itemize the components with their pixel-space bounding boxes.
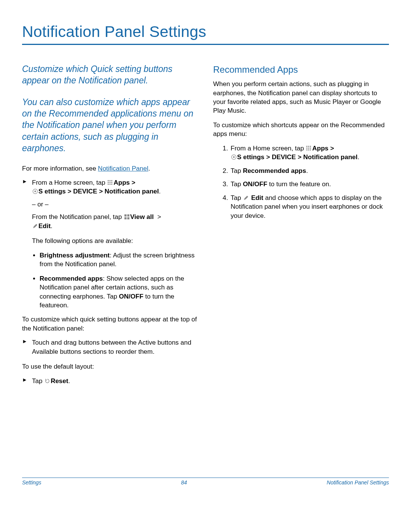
from-np-pre: From the Notification panel, tap [32,213,124,220]
period: . [159,188,161,195]
svg-rect-14 [127,217,129,220]
svg-rect-12 [127,214,129,217]
reset-body: Tap Reset. [32,377,198,385]
play-icon: ► [22,178,29,185]
b1-strong: Brightness adjustment [40,252,110,259]
b2-onoff: ON/OFF [119,293,143,300]
s1-period: . [357,153,359,161]
s1-gt: > [328,145,334,152]
notification-panel-link[interactable]: Notification Panel [98,165,148,172]
customize-lead: To customize which quick setting buttons… [22,315,198,333]
tap-reset-pre: Tap [32,377,44,385]
page: Notification Panel Settings Customize wh… [0,0,411,389]
intro-1: Customize which Quick setting buttons ap… [22,63,198,86]
more-info-line: For more information, see Notification P… [22,164,198,173]
space-gt: > [154,213,161,220]
step-drag: ► Touch and drag buttons between the Act… [22,338,198,356]
step-body: From a Home screen, tap Apps > S ettings… [32,178,198,230]
s2-period: . [306,167,308,174]
view-all-label: View all [130,213,154,220]
right-column: Recommended Apps When you perform certai… [213,63,389,389]
page-title: Notification Panel Settings [22,23,389,41]
edit-pencil-icon [32,223,38,229]
footer-right: Notification Panel Settings [327,479,389,486]
default-lead: To use the default layout: [22,362,198,371]
gt1: > [130,179,135,186]
footer-left: Settings [22,479,41,486]
period3: . [68,377,70,385]
left-column: Customize which Quick setting buttons ap… [22,63,198,389]
b2-strong: Recommended apps [40,275,103,282]
play-icon: ► [22,338,29,345]
footer-page-number: 84 [181,479,187,486]
s2-pre: Tap [231,167,243,174]
more-info-pre: For more information, see [22,165,98,172]
svg-rect-6 [108,184,109,185]
s2-strong: Recommended apps [243,167,306,174]
recommended-apps-heading: Recommended Apps [213,63,389,76]
svg-rect-2 [112,180,113,181]
period2: . [51,222,53,230]
text: From a Home screen, tap [32,179,107,186]
edit-label: Edit [38,222,51,230]
svg-rect-18 [306,147,307,149]
svg-rect-17 [310,146,311,147]
page-footer: Settings 84 Notification Panel Settings [22,478,389,486]
svg-rect-15 [306,146,307,147]
s4-pre: Tap [231,194,243,201]
svg-rect-21 [306,149,307,150]
svg-rect-13 [124,217,127,220]
step-2: Tap Recommended apps. [230,166,389,175]
drag-body: Touch and drag buttons between the Activ… [32,338,198,356]
svg-rect-23 [310,149,311,150]
settings-gear-icon [32,189,38,194]
settings-path: S ettings > DEVICE > Notification panel [38,188,159,195]
edit-pencil-icon [243,195,249,201]
apps-label: Apps [113,179,130,186]
svg-rect-4 [110,182,111,183]
svg-point-10 [34,191,36,192]
s3-post: to turn the feature on. [267,181,331,188]
step-1: From a Home screen, tap Apps > S ettings… [230,144,389,162]
reset-label: Reset [51,377,68,385]
settings-gear-icon [231,154,237,160]
bullet-brightness: Brightness adjustment: Adjust the screen… [40,251,198,269]
content-columns: Customize which Quick setting buttons ap… [22,63,389,389]
s1-pre: From a Home screen, tap [231,145,306,152]
options-lead: The following options are available: [22,236,198,245]
or-line: – or – [32,200,198,209]
reset-icon [45,378,50,384]
title-rule [22,44,389,45]
svg-rect-5 [112,182,113,183]
s3-strong: ON/OFF [243,181,267,188]
svg-rect-7 [110,184,111,185]
step-home-screen: ► From a Home screen, tap Apps > S ettin… [22,178,198,230]
svg-rect-19 [308,147,309,149]
s1-path: S ettings > DEVICE > Notification panel [237,153,357,161]
svg-rect-8 [112,184,113,185]
svg-rect-3 [108,182,109,183]
step-reset: ► Tap Reset. [22,377,198,385]
apps-grid-icon [107,180,113,185]
s4-edit: Edit [251,194,263,201]
right-para2: To customize which shortcuts appear on t… [213,121,389,139]
apps-grid-icon [306,145,312,151]
s3-pre: Tap [231,181,243,188]
recommended-steps: From a Home screen, tap Apps > S ettings… [213,144,389,220]
play-icon: ► [22,376,29,383]
right-para1: When you perform certain actions, such a… [213,80,389,115]
svg-rect-16 [308,146,309,147]
svg-point-25 [233,157,234,158]
bullet-recommended: Recommended apps: Show selected apps on … [40,274,198,310]
step-3: Tap ON/OFF to turn the feature on. [230,180,389,189]
step-4: Tap Edit and choose which apps to displa… [230,193,389,220]
svg-rect-0 [108,180,109,181]
svg-rect-1 [110,180,111,181]
svg-rect-20 [310,147,311,149]
view-all-icon [124,214,130,220]
more-info-post: . [148,165,150,172]
s1-apps: Apps [312,145,328,152]
intro-2: You can also customize which apps appear… [22,96,198,154]
options-bullets: Brightness adjustment: Adjust the screen… [22,251,198,310]
svg-rect-22 [308,149,309,150]
